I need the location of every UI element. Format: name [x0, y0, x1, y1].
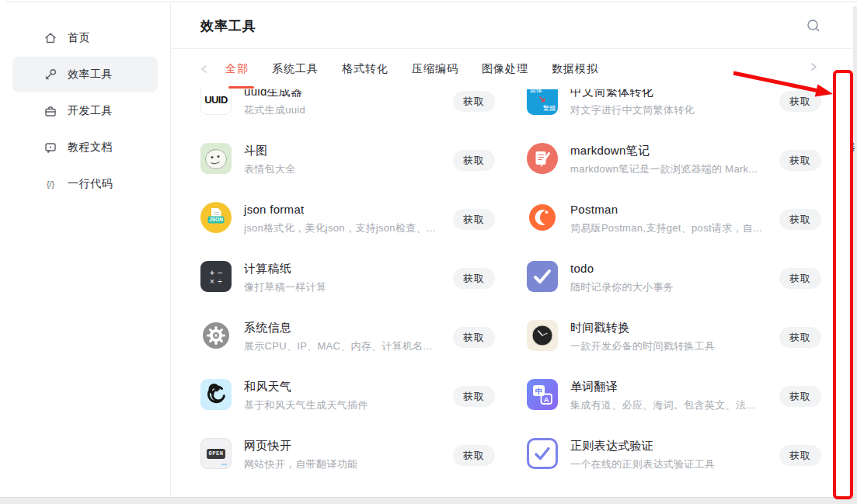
tool-name: 和风天气 — [244, 379, 368, 395]
svg-text:×: × — [210, 277, 214, 286]
search-icon[interactable] — [803, 16, 824, 36]
page-title: 效率工具 — [200, 17, 256, 35]
svg-text:÷: ÷ — [218, 277, 222, 286]
tool-card: markdown笔记markdown笔记是一款浏览器端的 Mark...获取 — [527, 143, 821, 202]
sidebar-item-dev[interactable]: 开发工具 — [12, 93, 158, 129]
get-button[interactable]: 获取 — [779, 445, 821, 466]
tool-name: 中文简繁体转化 — [570, 89, 695, 99]
sidebar-item-home[interactable]: 首页 — [12, 20, 158, 56]
tool-description: 一款开发必备的时间戳转换工具 — [570, 339, 715, 353]
svg-text:{/}: {/} — [47, 180, 54, 189]
svg-text:A: A — [544, 395, 549, 404]
tool-card: JSONjson formatjson格式化，美化json，支持json检查、.… — [200, 202, 495, 261]
tab-image-process[interactable]: 图像处理 — [482, 62, 528, 76]
tool-name: 正则表达式验证 — [570, 438, 715, 454]
tool-name: 计算稿纸 — [244, 261, 326, 276]
get-button[interactable]: 获取 — [453, 386, 495, 407]
tool-card: Postman简易版Postman,支持get、post请求，自...获取 — [527, 202, 821, 261]
home-icon — [44, 31, 57, 45]
tool-info: 计算稿纸像打草稿一样计算 — [244, 261, 326, 294]
tool-card: 斗图表情包大全获取 — [200, 143, 495, 202]
tab-data-mock[interactable]: 数据模拟 — [552, 62, 598, 76]
get-button[interactable]: 获取 — [453, 209, 495, 230]
active-tab-underline — [228, 86, 254, 89]
get-button[interactable]: 获取 — [453, 91, 495, 112]
get-button[interactable]: 获取 — [779, 327, 821, 348]
tool-name: 系统信息 — [244, 320, 432, 335]
tool-description: 对文字进行中文简繁体转化 — [570, 103, 695, 117]
sidebar-item-label: 开发工具 — [68, 104, 113, 118]
tool-info: Postman简易版Postman,支持get、post请求，自... — [570, 202, 762, 235]
tool-description: 展示CPU、IP、MAC、内存、计算机名... — [244, 339, 432, 353]
tool-card: 中A单词翻译集成有道、必应、海词。包含英文、法...获取 — [527, 379, 821, 438]
get-button[interactable]: 获取 — [453, 445, 495, 466]
tool-description: 花式生成uuid — [244, 103, 305, 117]
tool-description: json格式化，美化json，支持json检查、... — [244, 221, 435, 235]
get-button[interactable]: 获取 — [453, 327, 495, 348]
tool-list-scroll-area[interactable]: UUIDuuid生成器花式生成uuid获取简体繁體中文简繁体转化对文字进行中文简… — [171, 89, 853, 499]
tool-description: 集成有道、必应、海词。包含英文、法... — [570, 398, 755, 412]
tool-card: 系统信息展示CPU、IP、MAC、内存、计算机名...获取 — [200, 320, 495, 379]
tool-name: Postman — [570, 202, 762, 217]
svg-text:−: − — [218, 268, 222, 277]
tab-system-tools[interactable]: 系统工具 — [272, 62, 319, 76]
tool-name: json format — [244, 202, 435, 217]
get-button[interactable]: 获取 — [779, 268, 821, 289]
tool-card: todo随时记录你的大小事务获取 — [527, 261, 821, 320]
sidebar-item-efficiency[interactable]: 效率工具 — [12, 57, 158, 92]
sidebar-item-code[interactable]: {/}一行代码 — [12, 166, 158, 202]
get-button[interactable]: 获取 — [779, 386, 821, 407]
tool-description: 随时记录你的大小事务 — [570, 280, 674, 294]
tool-card: 简体繁體中文简繁体转化对文字进行中文简繁体转化获取 — [527, 89, 821, 143]
tool-name: uuid生成器 — [244, 89, 305, 99]
tool-info: 时间戳转换一款开发必备的时间戳转换工具 — [570, 320, 715, 353]
tool-card: +−×÷计算稿纸像打草稿一样计算获取 — [200, 261, 495, 320]
tool-info: todo随时记录你的大小事务 — [570, 261, 674, 294]
chevron-left-icon[interactable] — [199, 64, 211, 75]
window-right-edge — [853, 6, 857, 499]
tab-compress-encode[interactable]: 压缩编码 — [412, 62, 458, 76]
sidebar-item-docs[interactable]: 教程文档 — [12, 130, 158, 165]
tool-info: 正则表达式验证一个在线的正则表达式验证工具 — [570, 438, 715, 471]
tool-description: 基于和风天气生成天气插件 — [244, 398, 368, 412]
tool-name: todo — [570, 261, 674, 276]
tool-info: uuid生成器花式生成uuid — [244, 89, 305, 117]
svg-text:JSON: JSON — [209, 217, 223, 222]
tool-card: UUIDuuid生成器花式生成uuid获取 — [200, 89, 495, 143]
tool-info: 斗图表情包大全 — [244, 143, 296, 176]
tool-description: 一个在线的正则表达式验证工具 — [570, 457, 715, 471]
get-button[interactable]: 获取 — [779, 150, 821, 171]
tool-name: 单词翻译 — [570, 379, 755, 395]
tool-grid: UUIDuuid生成器花式生成uuid获取简体繁體中文简繁体转化对文字进行中文简… — [171, 89, 853, 497]
code-braces-icon: {/} — [44, 177, 57, 191]
tool-description: 表情包大全 — [244, 162, 296, 176]
svg-text:+: + — [210, 268, 214, 277]
toolbox-icon — [44, 104, 57, 118]
tool-name: 斗图 — [244, 143, 296, 158]
sidebar-item-label: 首页 — [68, 31, 90, 45]
chevron-right-icon[interactable] — [808, 59, 822, 75]
tool-info: markdown笔记markdown笔记是一款浏览器端的 Mark... — [570, 143, 758, 176]
get-button[interactable]: 获取 — [779, 91, 821, 112]
get-button[interactable]: 获取 — [453, 268, 495, 289]
tool-name: 网页快开 — [244, 438, 357, 454]
sidebar-item-label: 教程文档 — [68, 141, 113, 155]
tool-description: 像打草稿一样计算 — [244, 280, 326, 294]
sidebar-item-label: 一行代码 — [68, 177, 113, 191]
tool-card: 时间戳转换一款开发必备的时间戳转换工具获取 — [527, 320, 821, 379]
clipped-text-fragment: 器 — [851, 141, 857, 152]
tool-info: 网页快开网站快开，自带翻译功能 — [244, 438, 357, 471]
wrench-icon — [44, 68, 57, 82]
tab-all[interactable]: 全部 — [225, 62, 249, 76]
window-bottom-edge — [0, 497, 857, 504]
tool-description: markdown笔记是一款浏览器端的 Mark... — [570, 162, 758, 176]
tool-card: 正则表达式验证一个在线的正则表达式验证工具获取 — [527, 438, 821, 497]
sidebar-item-label: 效率工具 — [68, 68, 113, 82]
tool-info: 和风天气基于和风天气生成天气插件 — [244, 379, 368, 412]
tool-info: 中文简繁体转化对文字进行中文简繁体转化 — [570, 89, 695, 117]
get-button[interactable]: 获取 — [453, 150, 495, 171]
category-tabbar: 全部系统工具格式转化压缩编码图像处理数据模拟 — [171, 49, 810, 89]
tab-format-convert[interactable]: 格式转化 — [342, 62, 388, 76]
tool-card: OPEN网页快开网站快开，自带翻译功能获取 — [200, 438, 495, 497]
get-button[interactable]: 获取 — [779, 209, 821, 230]
